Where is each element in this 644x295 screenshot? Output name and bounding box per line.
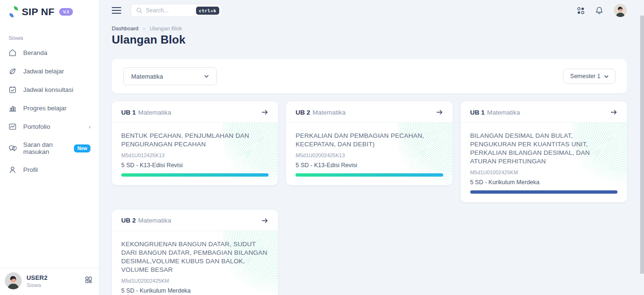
sidebar-item-label: Jadwal belajar — [23, 68, 64, 75]
scrollbar-thumb[interactable] — [640, 16, 644, 274]
exam-card-ub: UB 2 — [295, 109, 310, 116]
app-title: SIP NF — [22, 6, 54, 18]
sidebar-item-profil[interactable]: Profil — [0, 161, 99, 179]
home-icon — [9, 49, 17, 57]
exam-card-body: BENTUK PECAHAN, PENJUMLAHAN DAN PENGURAN… — [112, 123, 278, 185]
sidebar: SIP NF V.3 Siswa Beranda Jadwal belajar … — [0, 0, 99, 295]
exam-card-code: M5d1U01002425KM — [470, 170, 617, 175]
progress-bar — [295, 173, 443, 177]
chevron-right-icon: › — [89, 124, 90, 130]
exam-card[interactable]: UB 1 Matematika BENTUK PECAHAN, PENJUMLA… — [112, 101, 278, 185]
scrollbar[interactable] — [640, 0, 644, 295]
chevron-down-icon — [603, 73, 609, 80]
menu-toggle-icon[interactable] — [112, 7, 121, 14]
sidebar-item-beranda[interactable]: Beranda — [0, 44, 99, 62]
apps-grid-icon[interactable] — [577, 7, 585, 15]
filter-bar: Matematika Semester 1 — [112, 59, 627, 93]
exam-card-subject: Matematika — [487, 109, 520, 116]
version-badge: V.3 — [59, 8, 73, 16]
exam-card-ub: UB 1 — [470, 109, 485, 116]
user-menu-icon[interactable] — [85, 276, 92, 286]
sidebar-item-jadwal-belajar[interactable]: Jadwal belajar — [0, 62, 99, 80]
sidebar-item-label: Portofolio — [23, 123, 50, 130]
exam-card[interactable]: UB 2 Matematika KEKONGRUENAN BANGUN DATA… — [112, 210, 278, 295]
exam-card-header: UB 1 Matematika — [461, 101, 627, 123]
progress-bar — [121, 173, 268, 177]
sidebar-user-panel[interactable]: USER2 Siswa — [0, 268, 99, 295]
sidebar-item-label: Progres belajar — [23, 105, 67, 112]
topbar-actions — [577, 4, 627, 17]
exam-card-grade: 5 SD - Kurikulum Merdeka — [121, 287, 268, 294]
semester-select-value: Semester 1 — [570, 73, 600, 80]
sidebar-item-portofolio[interactable]: Portofolio › — [0, 117, 99, 136]
search-icon — [136, 7, 143, 14]
exam-card-subject: Matematika — [138, 217, 171, 224]
exam-card-grade: 5 SD - K13-Edisi Revisi — [295, 162, 443, 169]
breadcrumb-dashboard[interactable]: Dashboard — [112, 26, 138, 31]
profile-avatar[interactable] — [614, 4, 627, 17]
exam-card[interactable]: UB 1 Matematika BILANGAN DESIMAL DAN BUL… — [461, 101, 627, 202]
exam-card-title: BENTUK PECAHAN, PENJUMLAHAN DAN PENGURAN… — [121, 132, 268, 149]
arrow-right-icon[interactable] — [261, 217, 268, 224]
exam-cards-grid: UB 1 Matematika BENTUK PECAHAN, PENJUMLA… — [112, 101, 627, 295]
user-avatar — [5, 272, 22, 289]
exam-card-grade: 5 SD - Kurikulum Merdeka — [470, 179, 617, 186]
subject-select-value: Matematika — [131, 73, 163, 80]
shortcut-badge: ctrl+k — [196, 7, 219, 15]
logo-leaf-icon — [9, 6, 19, 18]
exam-card-title: KEKONGRUENAN BANGUN DATAR, SUDUT DARI BA… — [121, 240, 268, 274]
semester-select[interactable]: Semester 1 — [563, 69, 616, 84]
exam-card-header: UB 2 Matematika — [286, 101, 452, 123]
sidebar-item-label: Saran dan masukan — [23, 141, 67, 155]
sidebar-section-label: Siswa — [9, 35, 90, 41]
sidebar-item-label: Profil — [23, 166, 38, 173]
breadcrumb-current: Ulangan Blok — [150, 26, 182, 31]
sidebar-item-label: Beranda — [23, 49, 47, 56]
user-name: USER2 — [27, 274, 47, 281]
arrow-right-icon[interactable] — [436, 108, 443, 116]
breadcrumb: Dashboard › Ulangan Blok — [112, 26, 627, 31]
search-input[interactable] — [146, 7, 193, 14]
chat-icon — [9, 144, 17, 152]
exam-card-header: UB 1 Matematika — [112, 101, 278, 123]
sidebar-nav: Beranda Jadwal belajar Jadwal konsultasi — [0, 44, 99, 179]
exam-card-title: BILANGAN DESIMAL DAN BULAT, PENGUKURAN P… — [470, 132, 617, 166]
sidebar-item-label: Jadwal konsultasi — [23, 86, 73, 93]
sidebar-item-saran-dan-masukan[interactable]: Saran dan masukan New — [0, 136, 99, 161]
arrow-right-icon[interactable] — [610, 108, 617, 116]
exam-card-title: PERKALIAN DAN PEMBAGIAN PECAHAN, KECEPAT… — [295, 132, 443, 149]
notifications-bell-icon[interactable] — [595, 6, 603, 15]
new-badge: New — [74, 144, 90, 152]
exam-card-subject: Matematika — [313, 109, 346, 116]
sidebar-item-progres-belajar[interactable]: Progres belajar — [0, 99, 99, 117]
breadcrumb-separator-icon: › — [143, 26, 145, 31]
exam-card-body: PERKALIAN DAN PEMBAGIAN PECAHAN, KECEPAT… — [286, 123, 452, 185]
chevron-down-icon — [203, 73, 210, 80]
exam-card-body: BILANGAN DESIMAL DAN BULAT, PENGUKURAN P… — [461, 123, 627, 202]
sidebar-item-jadwal-konsultasi[interactable]: Jadwal konsultasi — [0, 80, 99, 99]
exam-card-header: UB 2 Matematika — [112, 210, 278, 231]
exam-card-grade: 5 SD - K13-Edisi Revisi — [121, 162, 268, 169]
main-content: ctrl+k — [99, 0, 644, 295]
exam-card-body: KEKONGRUENAN BANGUN DATAR, SUDUT DARI BA… — [112, 231, 278, 295]
exam-card[interactable]: UB 2 Matematika PERKALIAN DAN PEMBAGIAN … — [286, 101, 452, 185]
line-chart-icon — [9, 123, 17, 131]
search-box[interactable]: ctrl+k — [131, 4, 222, 17]
exam-card-code: M5d1U012425K13 — [121, 152, 268, 158]
arrow-right-icon[interactable] — [261, 108, 268, 116]
app-logo[interactable]: SIP NF V.3 — [0, 0, 99, 23]
page-title: Ulangan Blok — [112, 33, 627, 46]
user-icon — [9, 166, 17, 174]
progress-bar — [470, 190, 617, 194]
topbar: ctrl+k — [112, 0, 627, 17]
exam-card-code: M5d1U02002425K13 — [295, 152, 443, 158]
exam-card-ub: UB 1 — [121, 109, 136, 116]
leaf-icon — [9, 67, 17, 75]
exam-card-code: M5d1U02002425KM — [121, 278, 268, 284]
user-role: Siswa — [27, 282, 47, 288]
calendar-check-icon — [9, 86, 17, 94]
exam-card-subject: Matematika — [138, 109, 171, 116]
exam-card-ub: UB 2 — [121, 217, 136, 224]
subject-select[interactable]: Matematika — [123, 67, 217, 85]
bar-chart-icon — [9, 104, 17, 112]
